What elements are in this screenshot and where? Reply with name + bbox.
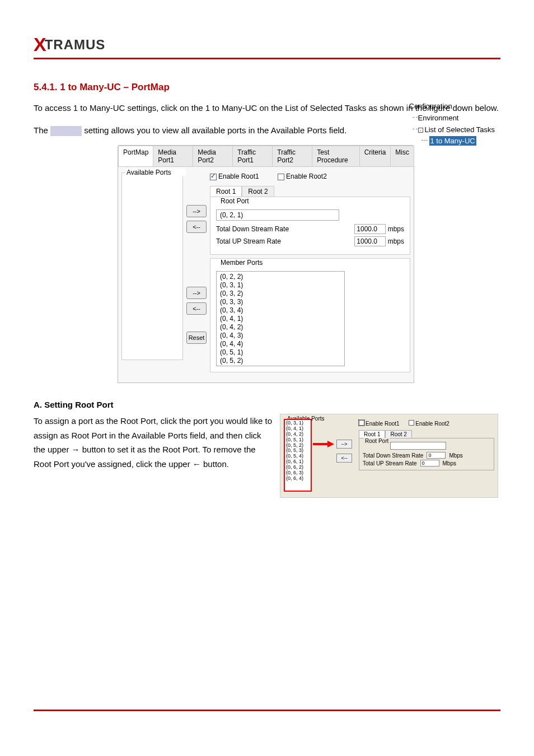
- mini-down-label: Total Down Stream Rate: [363, 452, 423, 459]
- mini-remove-root-button[interactable]: <--: [336, 454, 352, 463]
- member-ports-legend: Member Ports: [219, 259, 407, 267]
- tab-strip: PortMap Media Port1 Media Port2 Traffic …: [118, 146, 414, 167]
- list-item[interactable]: (0, 3, 4): [220, 306, 341, 315]
- red-arrow-icon: [313, 441, 334, 447]
- mini-subtab-root1[interactable]: Root 1: [359, 430, 385, 438]
- add-root-button[interactable]: -->: [186, 205, 207, 217]
- member-ports-group: Member Ports (0, 2, 2) (0, 3, 1) (0, 3, …: [210, 258, 410, 372]
- mini-available-ports[interactable]: (0, 3, 1) (0, 4, 1) (0, 4, 2) (0, 5, 1) …: [284, 419, 312, 492]
- add-member-button[interactable]: -->: [186, 287, 207, 299]
- reset-button[interactable]: Reset: [186, 332, 207, 344]
- tree-1-to-many-uc: 1 to Many-UC: [409, 136, 495, 147]
- mini-down-input[interactable]: 0: [427, 452, 446, 459]
- enable-root-row: Enable Root1 Enable Root2: [210, 172, 410, 180]
- tab-traffic-port2[interactable]: Traffic Port2: [272, 146, 312, 166]
- root-port-group: Root Port (0, 2, 1) Total Down Stream Ra…: [210, 197, 410, 255]
- tab-media-port1[interactable]: Media Port1: [153, 146, 193, 166]
- remove-member-button[interactable]: <--: [186, 302, 207, 315]
- up-rate-label: Total UP Stream Rate: [216, 237, 281, 245]
- footer-rule: [34, 710, 500, 711]
- header-rule: [34, 58, 500, 59]
- list-item[interactable]: (0, 5, 3): [220, 365, 341, 366]
- down-rate-input[interactable]: [354, 224, 386, 234]
- logo: X TRAMUS: [34, 34, 500, 55]
- section-title: 5.4.1. 1 to Many-UC – PortMap: [34, 82, 500, 93]
- tree-expand-icon: -: [418, 128, 423, 133]
- list-item[interactable]: (0, 4, 1): [220, 315, 341, 323]
- enable-root2-checkbox[interactable]: [278, 174, 284, 180]
- list-item[interactable]: (0, 4, 3): [220, 332, 341, 340]
- redacted-box: [50, 126, 82, 136]
- root-port-legend: Root Port: [219, 197, 407, 205]
- list-item[interactable]: (0, 3, 3): [220, 298, 341, 306]
- available-ports-legend: Available Ports: [125, 169, 186, 176]
- mini-add-root-button[interactable]: -->: [336, 440, 352, 449]
- tree-environment: Environment: [409, 113, 495, 124]
- tab-traffic-port1[interactable]: Traffic Port1: [232, 146, 273, 166]
- mini-up-input[interactable]: 0: [420, 460, 439, 466]
- config-tree: Configuration Environment -List of Selec…: [409, 101, 495, 147]
- arrow-right-icon: →: [72, 445, 80, 454]
- logo-x: X: [34, 34, 46, 55]
- tab-misc[interactable]: Misc: [390, 146, 414, 166]
- member-ports-list[interactable]: (0, 2, 2) (0, 3, 1) (0, 3, 2) (0, 3, 3) …: [216, 271, 345, 366]
- available-ports-list[interactable]: Available Ports: [121, 172, 183, 360]
- subtab-root1[interactable]: Root 1: [210, 186, 242, 197]
- mini-root-port-input[interactable]: [390, 442, 446, 450]
- sub-a-title: A. Setting Root Port: [34, 400, 500, 409]
- list-item[interactable]: (0, 3, 1): [220, 281, 341, 290]
- list-item[interactable]: (0, 3, 2): [220, 290, 341, 298]
- mini-subtab-root2[interactable]: Root 2: [385, 430, 411, 438]
- tree-configuration: Configuration: [409, 102, 452, 110]
- remove-root-button[interactable]: <--: [186, 221, 207, 233]
- enable-root1-checkbox[interactable]: [210, 174, 217, 180]
- mini-enable-root1-checkbox[interactable]: [359, 420, 364, 426]
- list-item[interactable]: (0, 4, 2): [220, 323, 341, 332]
- tab-portmap[interactable]: PortMap: [118, 146, 153, 166]
- tab-criteria[interactable]: Criteria: [359, 146, 391, 166]
- up-rate-input[interactable]: [354, 236, 386, 246]
- root-port-value[interactable]: (0, 2, 1): [216, 209, 339, 221]
- logo-text: TRAMUS: [45, 37, 106, 53]
- sub-a-paragraph: To assign a port as the Root Port, click…: [34, 414, 274, 471]
- tab-test-procedure[interactable]: Test Procedure: [312, 146, 359, 166]
- tab-media-port2[interactable]: Media Port2: [193, 146, 233, 166]
- mini-root-port-legend: Root Port: [364, 438, 390, 444]
- tree-selected-tasks: -List of Selected Tasks: [409, 124, 495, 136]
- list-item[interactable]: (0, 5, 2): [220, 357, 341, 365]
- mini-enable-root2-checkbox[interactable]: [409, 420, 414, 426]
- mini-root-port-group: Root Port Total Down Stream Rate 0 Mbps …: [359, 438, 494, 470]
- list-item[interactable]: (0, 4, 4): [220, 340, 341, 348]
- list-item[interactable]: (0, 5, 1): [220, 348, 341, 357]
- subtab-root2[interactable]: Root 2: [242, 186, 274, 197]
- down-rate-label: Total Down Stream Rate: [216, 225, 289, 233]
- portmap-window: PortMap Media Port1 Media Port2 Traffic …: [118, 145, 414, 383]
- arrow-left-icon: ←: [193, 459, 201, 469]
- root-port-mini-screenshot: Available Ports (0, 3, 1) (0, 4, 1) (0, …: [280, 414, 498, 498]
- mini-up-label: Total UP Stream Rate: [363, 460, 417, 466]
- list-item[interactable]: (0, 6, 4): [286, 476, 310, 482]
- list-item[interactable]: (0, 2, 2): [220, 273, 341, 281]
